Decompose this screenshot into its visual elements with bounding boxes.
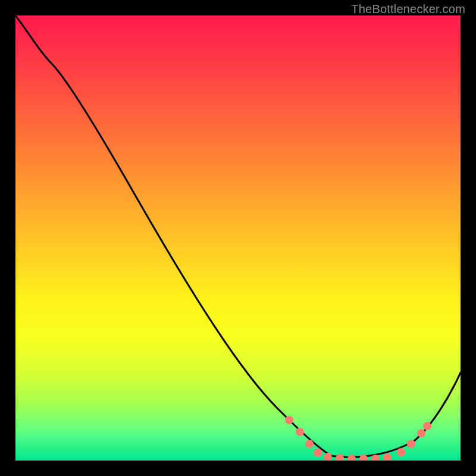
watermark-text: TheBottlenecker.com <box>351 2 465 16</box>
trough-marker <box>347 455 356 461</box>
trough-marker <box>407 440 415 448</box>
trough-marker <box>383 453 392 461</box>
plot-area <box>15 15 461 461</box>
trough-marker <box>397 448 405 456</box>
trough-marker <box>305 440 314 448</box>
trough-marker <box>324 453 332 461</box>
trough-marker <box>336 454 344 461</box>
bottleneck-curve <box>15 15 461 457</box>
trough-markers <box>285 416 431 461</box>
chart-frame: TheBottlenecker.com <box>0 0 476 476</box>
curve-layer <box>15 15 461 461</box>
trough-marker <box>296 428 304 436</box>
trough-marker <box>285 416 293 424</box>
trough-marker <box>314 449 322 457</box>
trough-marker <box>417 429 425 437</box>
trough-marker <box>423 422 431 430</box>
